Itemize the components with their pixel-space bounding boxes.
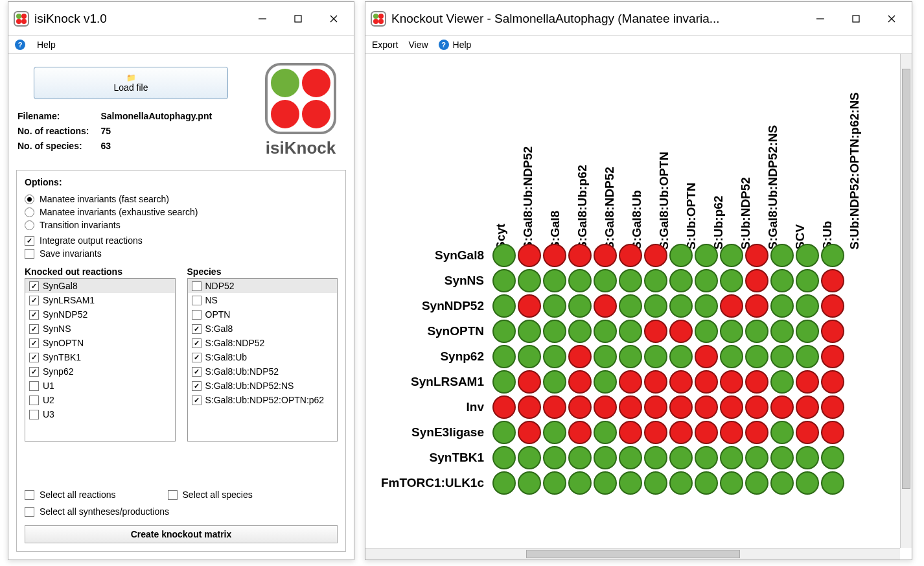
matrix-cell [492, 345, 516, 368]
list-check[interactable] [192, 324, 202, 334]
matrix-cell [568, 370, 592, 394]
list-item[interactable]: U1 [25, 379, 175, 393]
matrix-cell [720, 294, 743, 318]
list-item[interactable]: SynNS [25, 322, 175, 336]
window-title: isiKnock v1.0 [34, 12, 244, 26]
list-check[interactable] [192, 281, 202, 291]
species-listbox[interactable]: NDP52NSOPTNS:Gal8S:Gal8:NDP52S:Gal8:UbS:… [187, 278, 338, 442]
list-check[interactable] [29, 353, 39, 362]
radio-option-2[interactable] [25, 220, 34, 230]
matrix-cell [669, 471, 693, 495]
list-item[interactable]: SynTBK1 [25, 350, 175, 364]
list-item[interactable]: S:Gal8:Ub [188, 350, 338, 364]
menu-export[interactable]: Export [372, 40, 398, 50]
list-check[interactable] [192, 296, 202, 305]
matrix-cell [518, 370, 541, 394]
list-check[interactable] [29, 367, 39, 377]
matrix-cell [644, 345, 667, 368]
list-item[interactable]: SynOPTN [25, 336, 175, 350]
list-check[interactable] [29, 324, 39, 334]
matrix-row-label: FmTORC1:ULK1c [367, 471, 491, 495]
minimize-button[interactable] [802, 6, 838, 32]
minimize-button[interactable] [244, 6, 280, 32]
load-file-button[interactable]: 📁 Load file [34, 67, 228, 99]
list-item-label: U3 [43, 409, 54, 419]
matrix-row-label: SynGal8 [367, 244, 491, 267]
titlebar: Knockout Viewer - SalmonellaAutophagy (M… [365, 2, 912, 36]
list-item[interactable]: S:Gal8:NDP52 [188, 336, 338, 350]
matrix-cell [492, 471, 516, 495]
window-title: Knockout Viewer - SalmonellaAutophagy (M… [391, 12, 802, 26]
menu-view[interactable]: View [408, 40, 428, 50]
list-check[interactable] [192, 353, 202, 362]
maximize-button[interactable] [280, 6, 316, 32]
list-item-label: Synp62 [43, 366, 73, 377]
list-item[interactable]: NDP52 [188, 279, 338, 293]
list-item[interactable]: U3 [25, 407, 175, 421]
close-button[interactable] [873, 6, 909, 32]
list-item[interactable]: SynLRSAM1 [25, 293, 175, 307]
list-check[interactable] [192, 310, 202, 320]
option-check-0[interactable] [25, 236, 34, 246]
create-knockout-button[interactable]: Create knockout matrix [25, 525, 338, 543]
matrix-cell [770, 471, 794, 495]
matrix-cell [644, 269, 667, 292]
below-check-2[interactable] [25, 507, 34, 517]
radio-option-1[interactable] [25, 207, 34, 217]
list-item[interactable]: S:Gal8 [188, 322, 338, 336]
list-item[interactable]: OPTN [188, 307, 338, 322]
file-info: Filename:SalmonellaAutophagy.pnt No. of … [16, 108, 213, 154]
vertical-scrollbar[interactable] [900, 54, 912, 548]
matrix-cell [695, 395, 718, 419]
list-check[interactable] [29, 281, 39, 291]
matrix-cell [745, 421, 768, 444]
matrix-cell [770, 446, 794, 469]
below-check-0[interactable] [25, 490, 34, 500]
svg-point-2 [21, 14, 27, 19]
matrix-cell [720, 320, 743, 343]
list-item[interactable]: SynNDP52 [25, 307, 175, 322]
below-check-1[interactable] [168, 490, 178, 500]
matrix-cell [644, 370, 667, 394]
list-item[interactable]: S:Gal8:Ub:NDP52:OPTN:p62 [188, 393, 338, 407]
matrix-cell [518, 446, 541, 469]
matrix-cell [720, 370, 743, 394]
list-item[interactable]: S:Gal8:Ub:NDP52:NS [188, 379, 338, 393]
radio-option-0[interactable] [25, 195, 34, 204]
maximize-button[interactable] [838, 6, 873, 32]
matrix-cell [594, 294, 617, 318]
close-button[interactable] [316, 6, 351, 32]
matrix-cell [770, 294, 794, 318]
menu-help[interactable]: Help [453, 40, 472, 50]
list-check[interactable] [192, 338, 202, 348]
horizontal-scrollbar[interactable] [365, 548, 900, 560]
list-check[interactable] [29, 310, 39, 320]
list-check[interactable] [29, 296, 39, 305]
menu-help[interactable]: Help [37, 40, 56, 50]
svg-point-1 [16, 14, 21, 19]
matrix-cell [796, 421, 819, 444]
list-item-label: SynOPTN [43, 338, 84, 348]
list-item[interactable]: SynGal8 [25, 279, 175, 293]
list-check[interactable] [192, 395, 202, 405]
matrix-cell [543, 294, 566, 318]
list-check[interactable] [29, 395, 39, 405]
matrix-cell [518, 244, 541, 267]
option-check-1[interactable] [25, 249, 34, 259]
list-item[interactable]: S:Gal8:Ub:NDP52 [188, 364, 338, 379]
list-check[interactable] [29, 381, 39, 391]
svg-point-13 [378, 19, 384, 24]
reactions-listbox[interactable]: SynGal8SynLRSAM1SynNDP52SynNSSynOPTNSynT… [25, 278, 176, 442]
list-check[interactable] [29, 410, 39, 419]
list-item[interactable]: Synp62 [25, 364, 175, 379]
list-check[interactable] [29, 338, 39, 348]
list-check[interactable] [192, 381, 202, 391]
matrix-cell [518, 395, 541, 419]
matrix-cell [518, 269, 541, 292]
list-item[interactable]: U2 [25, 393, 175, 407]
list-item[interactable]: NS [188, 293, 338, 307]
matrix-col-label: S:Ub:NDP52:OPTN:p62:NS [848, 92, 862, 250]
list-check[interactable] [192, 367, 202, 377]
svg-point-3 [16, 19, 21, 24]
matrix-cell [669, 345, 693, 368]
